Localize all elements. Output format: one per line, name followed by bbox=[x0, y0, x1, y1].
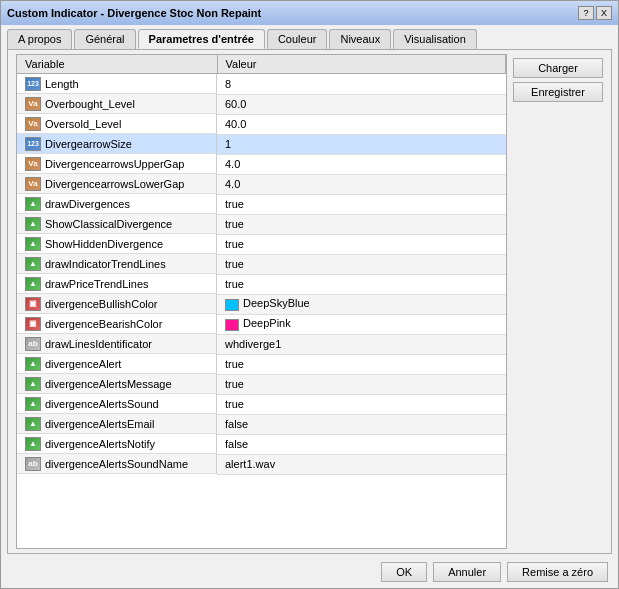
variable-name: divergenceAlertsSound bbox=[45, 398, 159, 410]
tab-couleur[interactable]: Couleur bbox=[267, 29, 328, 49]
variable-name: DivergencearrowsLowerGap bbox=[45, 178, 184, 190]
table-row[interactable]: ▣divergenceBullishColor bbox=[17, 294, 217, 314]
table-row[interactable]: VaOverbought_Level bbox=[17, 94, 217, 114]
right-buttons: Charger Enregistrer bbox=[513, 58, 603, 549]
remise-button[interactable]: Remise a zéro bbox=[507, 562, 608, 582]
variable-value[interactable]: true bbox=[217, 214, 506, 234]
variable-name: drawPriceTrendLines bbox=[45, 278, 149, 290]
color-icon: ▣ bbox=[25, 317, 41, 331]
table-row[interactable]: ▲drawIndicatorTrendLines bbox=[17, 254, 217, 274]
variable-value[interactable]: true bbox=[217, 274, 506, 294]
variable-value[interactable]: 60.0 bbox=[217, 94, 506, 114]
color-swatch bbox=[225, 299, 239, 311]
variable-name: Overbought_Level bbox=[45, 98, 135, 110]
table-row[interactable]: ▣divergenceBearishColor bbox=[17, 314, 217, 334]
table-row[interactable]: VaOversold_Level bbox=[17, 114, 217, 134]
variable-name: DivergearrowSize bbox=[45, 138, 132, 150]
variable-value[interactable]: true bbox=[217, 254, 506, 274]
variable-value[interactable]: true bbox=[217, 354, 506, 374]
variable-value[interactable]: true bbox=[217, 394, 506, 414]
variable-value[interactable]: 4.0 bbox=[217, 154, 506, 174]
bool-icon: ▲ bbox=[25, 417, 41, 431]
table-row[interactable]: VaDivergencearrowsLowerGap bbox=[17, 174, 217, 194]
variable-value[interactable]: true bbox=[217, 374, 506, 394]
tab-visualisation[interactable]: Visualisation bbox=[393, 29, 477, 49]
variable-value[interactable]: 4.0 bbox=[217, 174, 506, 194]
variable-value[interactable]: 40.0 bbox=[217, 114, 506, 134]
main-window: Custom Indicator - Divergence Stoc Non R… bbox=[0, 0, 619, 589]
variable-value[interactable]: false bbox=[217, 414, 506, 434]
enregistrer-button[interactable]: Enregistrer bbox=[513, 82, 603, 102]
table-row[interactable]: 123Length bbox=[17, 74, 217, 94]
table-row[interactable]: ▲divergenceAlertsEmail bbox=[17, 414, 217, 434]
table-row[interactable]: ▲divergenceAlertsSound bbox=[17, 394, 217, 414]
variable-value[interactable]: true bbox=[217, 234, 506, 254]
str-icon: ab bbox=[25, 457, 41, 471]
variable-name: drawLinesIdentificator bbox=[45, 338, 152, 350]
ok-button[interactable]: OK bbox=[381, 562, 427, 582]
variable-name: divergenceAlertsEmail bbox=[45, 418, 154, 430]
tab-apropos[interactable]: A propos bbox=[7, 29, 72, 49]
int-icon: 123 bbox=[25, 77, 41, 91]
table-row[interactable]: ▲drawDivergences bbox=[17, 194, 217, 214]
help-button[interactable]: ? bbox=[578, 6, 594, 20]
parameters-table-container[interactable]: Variable Valeur 123Length8VaOverbought_L… bbox=[16, 54, 507, 549]
variable-name: divergenceBullishColor bbox=[45, 298, 158, 310]
val-icon: Va bbox=[25, 117, 41, 131]
window-title: Custom Indicator - Divergence Stoc Non R… bbox=[7, 7, 261, 19]
variable-value[interactable]: DeepSkyBlue bbox=[217, 294, 506, 314]
tab-general[interactable]: Général bbox=[74, 29, 135, 49]
main-panel: Variable Valeur 123Length8VaOverbought_L… bbox=[16, 54, 603, 549]
variable-name: divergenceAlertsMessage bbox=[45, 378, 172, 390]
variable-name: ShowClassicalDivergence bbox=[45, 218, 172, 230]
title-bar: Custom Indicator - Divergence Stoc Non R… bbox=[1, 1, 618, 25]
bool-icon: ▲ bbox=[25, 357, 41, 371]
variable-name: ShowHiddenDivergence bbox=[45, 238, 163, 250]
bool-icon: ▲ bbox=[25, 257, 41, 271]
int-icon: 123 bbox=[25, 137, 41, 151]
variable-value[interactable]: whdiverge1 bbox=[217, 334, 506, 354]
table-row[interactable]: 123DivergearrowSize bbox=[17, 134, 217, 154]
table-row[interactable]: ▲divergenceAlert bbox=[17, 354, 217, 374]
bool-icon: ▲ bbox=[25, 277, 41, 291]
bool-icon: ▲ bbox=[25, 377, 41, 391]
content-area: Variable Valeur 123Length8VaOverbought_L… bbox=[7, 49, 612, 554]
val-icon: Va bbox=[25, 177, 41, 191]
variable-value[interactable]: 8 bbox=[217, 74, 506, 95]
bool-icon: ▲ bbox=[25, 397, 41, 411]
variable-value[interactable]: 1 bbox=[217, 134, 506, 154]
variable-value[interactable]: DeepPink bbox=[217, 314, 506, 334]
table-row[interactable]: abdivergenceAlertsSoundName bbox=[17, 454, 217, 474]
color-swatch bbox=[225, 319, 239, 331]
close-button[interactable]: X bbox=[596, 6, 612, 20]
table-row[interactable]: ▲divergenceAlertsMessage bbox=[17, 374, 217, 394]
bottom-bar: OK Annuler Remise a zéro bbox=[1, 558, 618, 588]
str-icon: ab bbox=[25, 337, 41, 351]
table-row[interactable]: ▲divergenceAlertsNotify bbox=[17, 434, 217, 454]
variable-name: divergenceBearishColor bbox=[45, 318, 162, 330]
window-controls: ? X bbox=[578, 6, 612, 20]
table-row[interactable]: abdrawLinesIdentificator bbox=[17, 334, 217, 354]
bool-icon: ▲ bbox=[25, 197, 41, 211]
table-row[interactable]: ▲ShowClassicalDivergence bbox=[17, 214, 217, 234]
tab-parametres[interactable]: Parametres d'entrée bbox=[138, 29, 265, 49]
bool-icon: ▲ bbox=[25, 217, 41, 231]
table-row[interactable]: ▲ShowHiddenDivergence bbox=[17, 234, 217, 254]
variable-name: Length bbox=[45, 78, 79, 90]
table-row[interactable]: VaDivergencearrowsUpperGap bbox=[17, 154, 217, 174]
variable-value[interactable]: alert1.wav bbox=[217, 454, 506, 474]
variable-name: drawDivergences bbox=[45, 198, 130, 210]
variable-value[interactable]: false bbox=[217, 434, 506, 454]
annuler-button[interactable]: Annuler bbox=[433, 562, 501, 582]
variable-name: drawIndicatorTrendLines bbox=[45, 258, 166, 270]
table-row[interactable]: ▲drawPriceTrendLines bbox=[17, 274, 217, 294]
bool-icon: ▲ bbox=[25, 437, 41, 451]
charger-button[interactable]: Charger bbox=[513, 58, 603, 78]
tab-niveaux[interactable]: Niveaux bbox=[329, 29, 391, 49]
variable-name: Oversold_Level bbox=[45, 118, 121, 130]
header-valeur: Valeur bbox=[217, 55, 506, 74]
tab-bar: A propos Général Parametres d'entrée Cou… bbox=[1, 25, 618, 49]
color-icon: ▣ bbox=[25, 297, 41, 311]
variable-value[interactable]: true bbox=[217, 194, 506, 214]
val-icon: Va bbox=[25, 97, 41, 111]
